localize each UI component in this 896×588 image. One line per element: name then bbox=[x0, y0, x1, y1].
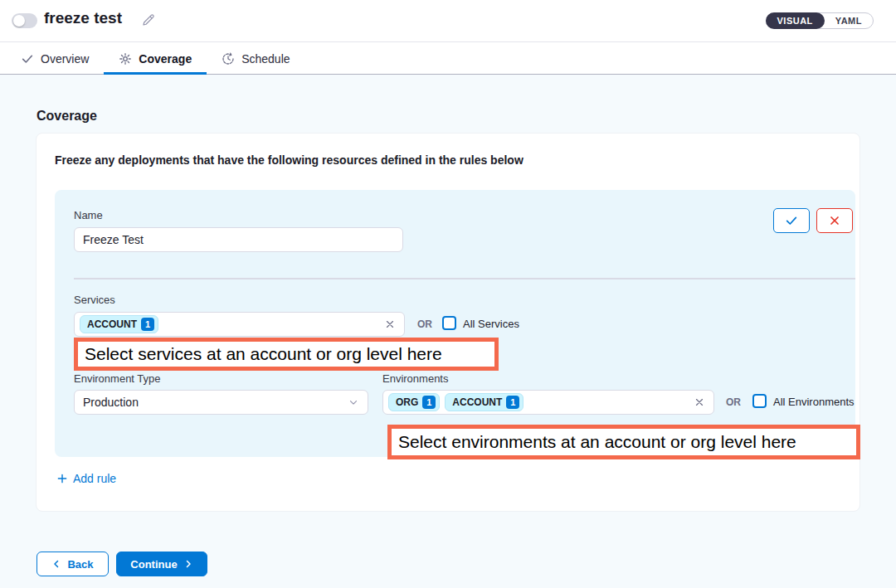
tab-coverage[interactable]: Coverage bbox=[104, 43, 207, 74]
coverage-page: Coverage Freeze any deployments that hav… bbox=[0, 75, 896, 588]
tab-overview-label: Overview bbox=[41, 52, 89, 66]
environments-tag-scope: ACCOUNT bbox=[452, 396, 502, 408]
plus-icon bbox=[56, 473, 68, 484]
services-multiselect[interactable]: ACCOUNT 1 bbox=[74, 312, 405, 337]
environments-label: Environments bbox=[382, 372, 448, 385]
environments-callout: Select environments at an account or org… bbox=[387, 425, 860, 459]
environments-callout-text: Select environments at an account or org… bbox=[398, 432, 796, 452]
back-button[interactable]: Back bbox=[37, 552, 109, 576]
services-callout-text: Select services at an account or org lev… bbox=[85, 344, 442, 364]
environments-tag-count-badge: 1 bbox=[506, 396, 519, 409]
back-button-label: Back bbox=[67, 558, 93, 571]
chevron-down-icon bbox=[348, 396, 359, 408]
freeze-studio-tabs: Overview Coverage Schedule bbox=[0, 43, 896, 75]
services-tag-account[interactable]: ACCOUNT 1 bbox=[80, 315, 158, 333]
services-tag-count-badge: 1 bbox=[141, 318, 154, 331]
services-label: Services bbox=[74, 294, 115, 306]
toggle-knob bbox=[13, 15, 25, 27]
environments-tag-account[interactable]: ACCOUNT 1 bbox=[445, 393, 523, 411]
rule-name-input[interactable] bbox=[74, 227, 403, 252]
visual-mode-button[interactable]: VISUAL bbox=[766, 12, 825, 29]
continue-button-label: Continue bbox=[130, 558, 177, 571]
services-tag-scope: ACCOUNT bbox=[87, 318, 137, 330]
tab-coverage-label: Coverage bbox=[139, 52, 192, 66]
continue-button[interactable]: Continue bbox=[116, 552, 207, 576]
section-title: Coverage bbox=[37, 109, 97, 124]
environments-tag-scope: ORG bbox=[396, 396, 418, 408]
environments-or-label: OR bbox=[726, 396, 741, 408]
cancel-rule-button[interactable] bbox=[816, 208, 853, 233]
coverage-description: Freeze any deployments that have the fol… bbox=[55, 153, 523, 167]
add-rule-label: Add rule bbox=[73, 472, 116, 485]
page-title: freeze test bbox=[44, 9, 122, 27]
all-environments-label: All Environments bbox=[773, 396, 855, 408]
environment-type-select[interactable]: Production bbox=[74, 390, 368, 415]
freeze-enable-toggle[interactable] bbox=[12, 13, 37, 28]
services-callout: Select services at an account or org lev… bbox=[74, 338, 499, 371]
confirm-rule-button[interactable] bbox=[773, 208, 810, 233]
environment-type-label: Environment Type bbox=[74, 372, 161, 385]
check-icon bbox=[21, 52, 34, 66]
tab-schedule[interactable]: Schedule bbox=[207, 43, 304, 74]
view-mode-switch: VISUAL YAML bbox=[766, 12, 874, 29]
gear-icon bbox=[119, 52, 132, 66]
freeze-studio-window: freeze test VISUAL YAML Overview Coverag… bbox=[0, 0, 896, 588]
all-services-label: All Services bbox=[463, 318, 519, 330]
edit-icon[interactable] bbox=[141, 12, 156, 27]
header-bar: freeze test VISUAL YAML bbox=[0, 0, 896, 42]
yaml-mode-button[interactable]: YAML bbox=[825, 12, 873, 29]
all-environments-checkbox[interactable] bbox=[752, 394, 767, 408]
chevron-right-icon bbox=[183, 559, 193, 569]
add-rule-button[interactable]: Add rule bbox=[56, 472, 116, 485]
rule-editor-panel: Name Services ACCOUNT 1 bbox=[55, 190, 855, 457]
rule-divider bbox=[74, 278, 855, 279]
close-icon bbox=[828, 214, 841, 227]
check-icon bbox=[785, 214, 798, 227]
environments-clear-icon[interactable] bbox=[694, 396, 705, 408]
coverage-card: Freeze any deployments that have the fol… bbox=[36, 133, 860, 512]
tab-overview[interactable]: Overview bbox=[6, 43, 104, 74]
environment-type-value: Production bbox=[83, 396, 139, 409]
tab-schedule-label: Schedule bbox=[241, 52, 290, 66]
services-or-label: OR bbox=[417, 318, 432, 330]
schedule-clock-icon bbox=[222, 52, 235, 66]
name-label: Name bbox=[74, 209, 103, 221]
services-clear-icon[interactable] bbox=[384, 318, 396, 330]
environments-tag-org[interactable]: ORG 1 bbox=[388, 393, 440, 411]
environments-tag-count-badge: 1 bbox=[422, 396, 436, 409]
all-services-checkbox[interactable] bbox=[442, 316, 456, 330]
environments-multiselect[interactable]: ORG 1 ACCOUNT 1 bbox=[382, 390, 714, 415]
chevron-left-icon bbox=[51, 559, 61, 569]
